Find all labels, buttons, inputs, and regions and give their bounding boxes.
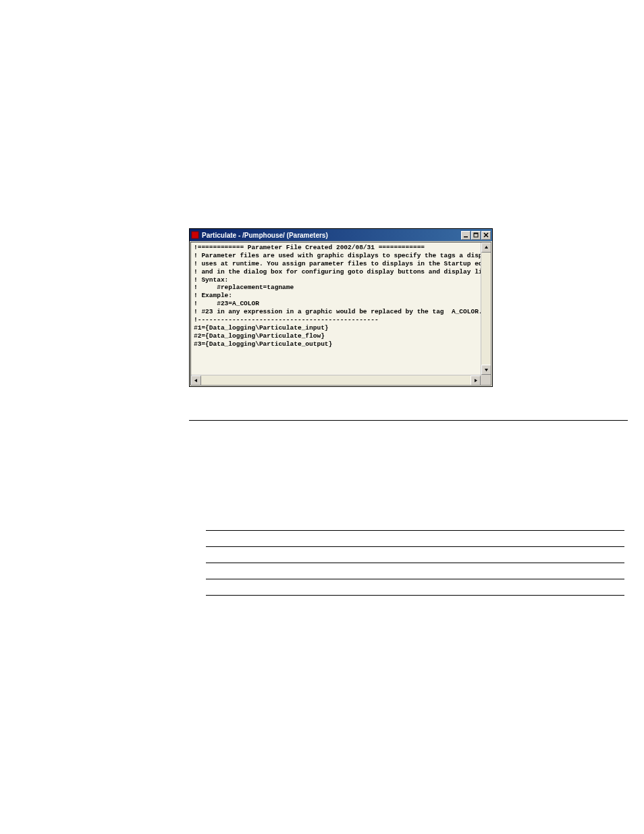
vertical-scrollbar[interactable]: [481, 242, 491, 375]
window-title: Particulate - /Pumphouse/ (Parameters): [202, 232, 461, 239]
horizontal-rule: [206, 546, 624, 547]
maximize-button[interactable]: [471, 231, 481, 240]
minimize-button[interactable]: [461, 231, 471, 240]
app-icon: [191, 231, 199, 239]
scroll-down-button[interactable]: [481, 365, 491, 375]
horizontal-rule: [206, 530, 624, 531]
horizontal-rule: [206, 595, 624, 596]
svg-rect-0: [192, 232, 198, 238]
horizontal-rule: [206, 579, 624, 579]
scroll-corner: [481, 375, 491, 385]
editor-text[interactable]: !============ Parameter File Created 200…: [191, 242, 491, 349]
svg-rect-3: [474, 233, 478, 234]
section-divider: [189, 420, 628, 421]
titlebar[interactable]: Particulate - /Pumphouse/ (Parameters): [190, 229, 492, 241]
editor-area: !============ Parameter File Created 200…: [190, 242, 491, 386]
horizontal-scrollbar[interactable]: [191, 375, 481, 385]
parameters-window: Particulate - /Pumphouse/ (Parameters) !…: [189, 228, 493, 387]
scroll-up-button[interactable]: [481, 242, 491, 253]
blank-lines-group: [206, 530, 624, 611]
svg-rect-1: [464, 236, 468, 238]
scroll-right-button[interactable]: [471, 375, 481, 386]
scroll-left-button[interactable]: [191, 375, 201, 386]
close-button[interactable]: [481, 231, 491, 240]
window-controls: [461, 231, 491, 240]
horizontal-rule: [206, 563, 624, 563]
